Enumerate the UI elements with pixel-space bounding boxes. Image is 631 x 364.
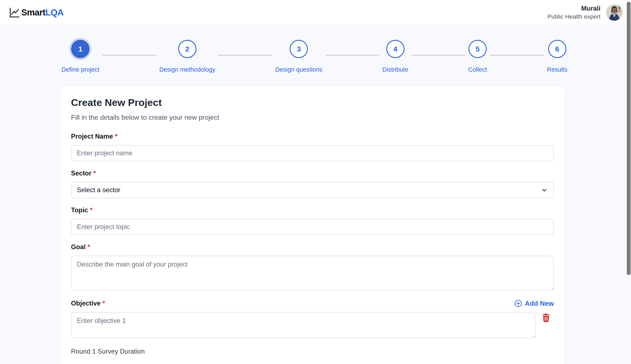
field-goal: Goal *	[71, 243, 554, 291]
step-circle-2: 2	[178, 40, 196, 58]
required-asterisk: *	[102, 300, 105, 307]
step-label: Distribute	[382, 66, 408, 73]
stepper-step-define-project[interactable]: 1 Define project	[62, 40, 100, 73]
page-subtitle: Fill in the details below to create your…	[71, 113, 554, 122]
brand-text: SmartLQA	[21, 8, 64, 18]
step-label: Design methodology	[159, 66, 215, 73]
project-name-label: Project Name	[71, 132, 113, 140]
field-topic: Topic *	[71, 206, 554, 235]
step-label: Define project	[62, 66, 100, 73]
step-label: Collect	[468, 66, 487, 73]
sector-label: Sector	[71, 169, 91, 177]
stepper-step-distribute[interactable]: 4 Distribute	[382, 40, 408, 73]
brand-lqa: LQA	[45, 8, 64, 17]
step-connector	[218, 55, 272, 56]
goal-textarea[interactable]	[71, 256, 554, 290]
objective-label: Objective	[71, 300, 101, 308]
topic-label: Topic	[71, 206, 88, 214]
step-number: 2	[186, 45, 190, 53]
step-circle-1: 1	[71, 40, 90, 58]
required-asterisk: *	[115, 133, 118, 140]
chevron-down-icon	[541, 186, 548, 194]
add-new-objective-button[interactable]: Add New	[514, 300, 554, 308]
sector-select-value: Select a sector	[77, 186, 120, 194]
stepper-step-collect[interactable]: 5 Collect	[468, 40, 487, 73]
step-label: Design questions	[275, 66, 322, 73]
step-connector	[326, 55, 380, 56]
step-number: 6	[555, 45, 559, 53]
goal-label: Goal	[71, 243, 86, 251]
field-sector: Sector * Select a sector	[71, 169, 554, 198]
objective-textarea[interactable]	[71, 312, 536, 338]
page-title: Create New Project	[71, 97, 554, 108]
step-label: Results	[547, 66, 568, 73]
step-circle-3: 3	[290, 40, 308, 58]
step-number: 5	[476, 45, 480, 53]
field-objective: Objective * Add New	[71, 300, 554, 338]
brand-smart: Smart	[21, 8, 45, 17]
stepper-step-design-methodology[interactable]: 2 Design methodology	[159, 40, 215, 73]
step-circle-6: 6	[548, 40, 566, 58]
step-connector	[411, 55, 465, 56]
step-connector	[102, 55, 156, 56]
scrollbar-thumb[interactable]	[627, 2, 630, 275]
stepper-step-results[interactable]: 6 Results	[547, 40, 568, 73]
app-logo[interactable]: SmartLQA	[8, 6, 64, 18]
delete-objective-button[interactable]	[541, 312, 551, 323]
create-project-card: Create New Project Fill in the details b…	[61, 87, 564, 364]
step-number: 1	[78, 45, 82, 53]
sector-select[interactable]: Select a sector	[71, 182, 554, 198]
field-project-name: Project Name *	[71, 132, 554, 161]
user-info: Murali Public Health expert	[547, 5, 600, 20]
chart-line-icon	[8, 6, 20, 18]
stepper-step-design-questions[interactable]: 3 Design questions	[275, 40, 322, 73]
app-header: SmartLQA Murali Public Health expert	[0, 0, 631, 25]
add-new-label: Add New	[525, 300, 554, 308]
required-asterisk: *	[90, 206, 92, 214]
progress-stepper: 1 Define project 2 Design methodology 3 …	[62, 40, 568, 73]
round-duration-label: Round 1 Survey Duration	[71, 348, 554, 355]
step-circle-5: 5	[468, 40, 487, 58]
user-menu[interactable]: Murali Public Health expert	[547, 4, 622, 21]
avatar-image	[606, 4, 622, 21]
avatar[interactable]	[606, 4, 622, 21]
user-name: Murali	[547, 5, 600, 12]
step-number: 3	[297, 45, 301, 53]
user-role: Public Health expert	[547, 13, 600, 20]
project-name-input[interactable]	[71, 145, 554, 161]
required-asterisk: *	[88, 243, 90, 251]
step-circle-4: 4	[386, 40, 404, 58]
plus-circle-icon	[514, 300, 522, 308]
required-asterisk: *	[93, 170, 96, 177]
trash-icon	[541, 312, 551, 323]
topic-input[interactable]	[71, 219, 554, 235]
step-connector	[490, 55, 544, 56]
step-number: 4	[393, 45, 397, 53]
